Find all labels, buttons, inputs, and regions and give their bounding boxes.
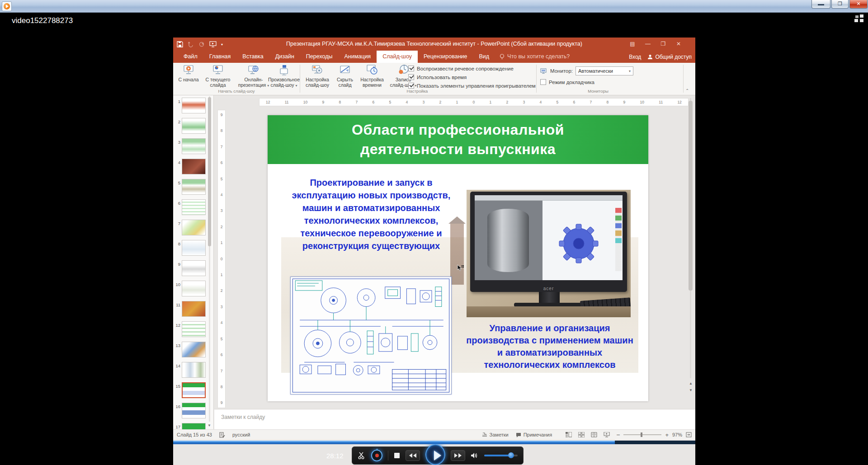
ribbon-display-options-button[interactable]: ▤ bbox=[625, 38, 640, 51]
slide-left-text: Проектирование и запуск в эксплуатацию н… bbox=[286, 176, 457, 252]
grid-icon[interactable] bbox=[854, 14, 864, 23]
gear-model bbox=[542, 201, 623, 280]
sign-in-button[interactable]: Вход bbox=[629, 54, 641, 60]
ribbon-tab[interactable]: Главная bbox=[203, 51, 237, 63]
comments-toggle-button[interactable]: Примечания bbox=[516, 432, 552, 437]
ribbon-tab[interactable]: Файл bbox=[178, 51, 203, 63]
collapse-ribbon-button[interactable]: ⌃ bbox=[685, 88, 689, 93]
volume-slider[interactable] bbox=[484, 455, 518, 456]
zoom-level[interactable]: 97% bbox=[672, 432, 682, 437]
checkbox-play-narrations[interactable]: Воспроизвести речевое сопровождение bbox=[408, 66, 514, 71]
window-restore-button[interactable]: ❐ bbox=[831, 0, 849, 9]
ribbon-tab-active[interactable]: Слайд-шоу bbox=[377, 51, 418, 63]
start-slideshow-icon[interactable] bbox=[209, 41, 217, 47]
online-presentation-icon bbox=[248, 64, 259, 76]
custom-slideshow-button[interactable]: Произвольное слайд-шоу ▾ bbox=[270, 64, 298, 88]
from-beginning-button[interactable]: С начала bbox=[177, 64, 200, 82]
thumbnail-preview bbox=[182, 118, 206, 134]
thumbnail-number: 8 bbox=[175, 241, 180, 246]
ribbon-tab[interactable]: Дизайн bbox=[269, 51, 300, 63]
redo-icon[interactable] bbox=[198, 41, 205, 47]
zoom-in-button[interactable]: + bbox=[665, 432, 669, 438]
spellcheck-icon[interactable] bbox=[219, 432, 225, 438]
ribbon-tab[interactable]: Анимация bbox=[338, 51, 377, 63]
thumbnail-preview bbox=[182, 159, 206, 174]
ribbon-tab[interactable]: Рецензирование bbox=[418, 51, 473, 63]
vertical-ruler: 9876543210123456789 bbox=[217, 110, 226, 408]
slide-right-text: Управление и организация производства с … bbox=[465, 322, 635, 371]
thumbnail-scrollbar[interactable]: ▼ bbox=[208, 96, 212, 428]
from-current-slide-button[interactable]: С текущего слайда bbox=[201, 64, 235, 88]
reading-view-button[interactable] bbox=[591, 432, 597, 437]
rewind-button[interactable] bbox=[406, 450, 420, 461]
ribbon-slideshow-panel: С начала С текущего слайда Онлайн-презен… bbox=[173, 63, 695, 95]
zoom-slider[interactable] bbox=[623, 434, 661, 435]
setup-slideshow-button[interactable]: Настройка слайд-шоу bbox=[302, 64, 332, 88]
volume-knob[interactable] bbox=[508, 452, 514, 458]
ribbon-tab[interactable]: Переходы bbox=[300, 51, 339, 63]
thumbnail-preview bbox=[182, 342, 206, 357]
thumbnail-number: 2 bbox=[175, 119, 180, 124]
thumbnail-preview bbox=[182, 179, 206, 195]
play-button[interactable] bbox=[425, 444, 445, 465]
checkbox-show-media-controls[interactable]: Показать элементы управления проигрывате… bbox=[408, 83, 536, 89]
blueprint-drawing bbox=[290, 277, 452, 395]
ppt-close-button[interactable]: ✕ bbox=[671, 38, 686, 51]
monitor-frame: acer bbox=[470, 192, 627, 292]
horizontal-ruler: 1211109876543210123456789101112 bbox=[259, 98, 689, 106]
stop-button[interactable] bbox=[394, 452, 400, 459]
undo-icon[interactable] bbox=[188, 41, 194, 47]
normal-view-button[interactable] bbox=[566, 432, 572, 437]
scroll-down-icon[interactable]: ▼ bbox=[208, 423, 211, 427]
slideshow-view-button[interactable] bbox=[604, 432, 610, 437]
scissors-icon[interactable] bbox=[358, 451, 366, 460]
volume-icon[interactable] bbox=[471, 452, 479, 459]
thumbnail-number: 9 bbox=[175, 262, 180, 267]
hide-slide-button[interactable]: Скрыть слайд bbox=[334, 64, 356, 88]
video-seek-bar[interactable] bbox=[173, 441, 695, 444]
cad-toolbar bbox=[615, 208, 622, 271]
save-icon[interactable] bbox=[177, 41, 183, 47]
record-icon[interactable] bbox=[371, 450, 382, 461]
online-presentation-button[interactable]: Онлайн-презентация ▾ bbox=[237, 64, 270, 88]
monitor-label: Монитор: bbox=[550, 68, 573, 74]
fit-to-window-button[interactable] bbox=[686, 432, 692, 437]
rehearse-timings-button[interactable]: Настройка времени bbox=[358, 64, 387, 88]
monitor-photo: acer bbox=[467, 190, 631, 317]
notes-pane[interactable]: Заметки к слайду bbox=[214, 409, 695, 429]
zoom-controls: − + 97% bbox=[616, 431, 692, 438]
hide-slide-icon bbox=[339, 64, 351, 76]
monitor-select[interactable]: Автоматически ▾ bbox=[576, 66, 633, 75]
ribbon-tab[interactable]: Вид bbox=[473, 51, 495, 63]
share-button[interactable]: Общий доступ bbox=[647, 54, 692, 60]
ppt-restore-button[interactable]: ❐ bbox=[656, 38, 670, 51]
checkbox-use-timings[interactable]: Использовать время bbox=[408, 74, 467, 80]
account-area: Вход Общий доступ bbox=[629, 51, 692, 63]
window-close-button[interactable]: ✕ bbox=[849, 0, 868, 9]
previous-slide-button[interactable]: ▲ bbox=[688, 381, 693, 387]
notes-toggle-button[interactable]: Заметки bbox=[482, 432, 509, 437]
slide-scrollbar[interactable]: ▲ ▼ bbox=[688, 98, 693, 401]
next-slide-button[interactable]: ▼ bbox=[688, 388, 693, 394]
window-minimize-button[interactable] bbox=[811, 0, 830, 9]
playback-time: 28:12 bbox=[326, 452, 344, 460]
checkbox-presenter-mode[interactable]: Режим докладчика bbox=[540, 79, 594, 85]
thumbnail-number: 4 bbox=[175, 160, 180, 165]
zoom-out-button[interactable]: − bbox=[616, 431, 620, 438]
setup-slideshow-icon bbox=[311, 64, 323, 76]
thumbnail-number: 13 bbox=[175, 343, 180, 348]
zoom-slider-thumb[interactable] bbox=[641, 432, 642, 437]
slide-sorter-view-button[interactable] bbox=[578, 432, 585, 437]
slide-canvas[interactable]: Области профессиональной деятельности вы… bbox=[268, 115, 648, 401]
tell-me-box[interactable]: Что вы хотите сделать? bbox=[495, 51, 574, 63]
ppt-minimize-button[interactable]: — bbox=[641, 38, 655, 51]
checkbox-icon bbox=[408, 83, 414, 89]
window-titlebar[interactable]: ❐ ✕ bbox=[0, 0, 868, 13]
ribbon-tab[interactable]: Вставка bbox=[236, 51, 269, 63]
monitor-brand: acer bbox=[470, 286, 627, 291]
fast-forward-button[interactable] bbox=[451, 450, 465, 461]
thumbnail-number: 16 bbox=[175, 404, 180, 409]
qat-dropdown-caret-icon[interactable]: ▾ bbox=[221, 42, 223, 47]
slideshow-from-current-icon bbox=[212, 64, 224, 76]
language-indicator[interactable]: русский bbox=[232, 432, 250, 437]
